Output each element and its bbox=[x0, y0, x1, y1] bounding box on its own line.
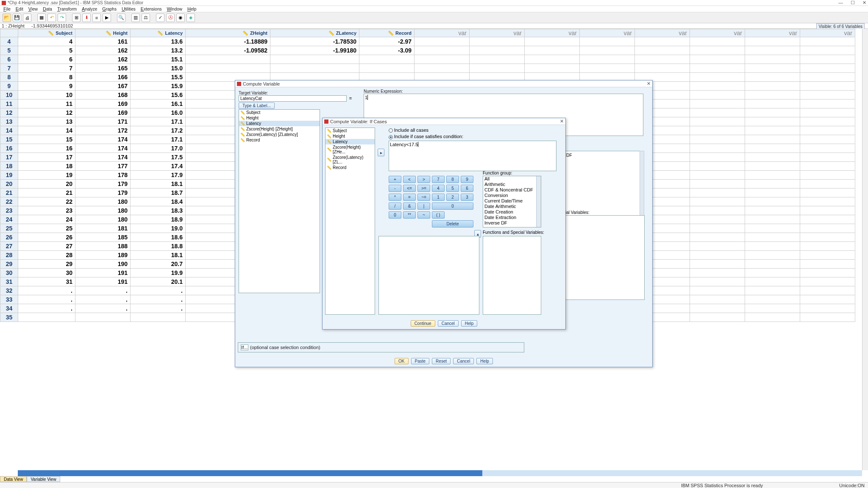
data-cell-empty[interactable] bbox=[690, 73, 745, 82]
data-cell[interactable]: 18.8 bbox=[131, 242, 186, 251]
data-cell-empty[interactable] bbox=[690, 251, 745, 260]
split-icon[interactable]: ▥ bbox=[131, 14, 140, 22]
data-cell-empty[interactable] bbox=[745, 91, 800, 100]
data-cell-empty[interactable] bbox=[745, 162, 800, 171]
data-cell-empty[interactable] bbox=[745, 117, 800, 126]
data-cell-empty[interactable] bbox=[745, 55, 800, 64]
data-cell-empty[interactable] bbox=[745, 233, 800, 242]
compute-var-list[interactable]: 📏Subject📏Height📏Latency📏Zscore(Height) [… bbox=[239, 109, 320, 293]
row-header[interactable]: 17 bbox=[0, 153, 18, 162]
save-icon[interactable]: 💾 bbox=[13, 14, 21, 22]
use-sets-icon[interactable]: ◉ bbox=[176, 14, 185, 22]
data-cell[interactable]: 6 bbox=[18, 55, 75, 64]
data-cell-empty[interactable] bbox=[690, 91, 745, 100]
if-button[interactable]: If... bbox=[241, 344, 248, 350]
horizontal-scrollbar[interactable] bbox=[18, 470, 862, 476]
col-subject[interactable]: 📏Subject bbox=[18, 29, 75, 37]
menu-analyze[interactable]: Analyze bbox=[82, 6, 97, 11]
data-cell-empty[interactable] bbox=[415, 64, 470, 73]
data-cell-empty[interactable] bbox=[745, 100, 800, 108]
data-cell[interactable]: 177 bbox=[75, 162, 131, 171]
key-/[interactable]: / bbox=[389, 202, 401, 210]
key-2[interactable]: 2 bbox=[446, 194, 459, 201]
row-header[interactable]: 18 bbox=[0, 162, 18, 171]
show-icon[interactable]: ◈ bbox=[186, 14, 195, 22]
col-zheight[interactable]: 📏ZHeight bbox=[186, 29, 270, 37]
key-*[interactable]: * bbox=[389, 194, 401, 201]
move-right-button[interactable]: ▸ bbox=[378, 149, 384, 156]
data-cell[interactable]: 18.7 bbox=[131, 189, 186, 197]
data-cell[interactable]: 13 bbox=[18, 117, 75, 126]
data-cell[interactable]: 180 bbox=[75, 206, 131, 215]
data-cell[interactable] bbox=[359, 64, 415, 73]
var-item[interactable]: 📏Latency bbox=[239, 121, 320, 126]
col-record[interactable]: 📏Record bbox=[359, 29, 415, 37]
col-var-empty[interactable]: var bbox=[800, 29, 855, 37]
var-item[interactable]: 📏Zscore(Latency) [ZL... bbox=[326, 155, 375, 165]
fgroup-item[interactable]: Date Creation bbox=[483, 209, 541, 215]
data-cell-empty[interactable] bbox=[745, 215, 800, 224]
data-cell[interactable] bbox=[270, 55, 359, 64]
data-cell-empty[interactable] bbox=[690, 269, 745, 277]
data-cell[interactable]: 18.4 bbox=[131, 197, 186, 206]
row-header[interactable]: 16 bbox=[0, 144, 18, 153]
fgroup-item[interactable]: Arithmetic bbox=[483, 182, 541, 187]
data-cell-empty[interactable] bbox=[800, 251, 855, 260]
data-cell[interactable]: 17.0 bbox=[131, 144, 186, 153]
data-cell[interactable]: 29 bbox=[18, 260, 75, 269]
data-cell[interactable]: 11 bbox=[18, 100, 75, 108]
recall-icon[interactable]: ▦ bbox=[37, 14, 46, 22]
row-header[interactable]: 21 bbox=[0, 189, 18, 197]
data-cell-empty[interactable] bbox=[800, 73, 855, 82]
data-cell[interactable]: 17.2 bbox=[131, 126, 186, 135]
row-header[interactable]: 27 bbox=[0, 242, 18, 251]
data-cell[interactable]: 191 bbox=[75, 269, 131, 277]
fgroup-item[interactable]: All bbox=[483, 176, 541, 182]
data-cell[interactable]: -1.09582 bbox=[186, 46, 270, 55]
data-cell[interactable]: 30 bbox=[18, 269, 75, 277]
row-header[interactable]: 26 bbox=[0, 233, 18, 242]
data-cell[interactable]: 13.6 bbox=[131, 37, 186, 46]
data-cell-empty[interactable] bbox=[580, 64, 635, 73]
data-cell-empty[interactable] bbox=[800, 189, 855, 197]
row-header[interactable]: 10 bbox=[0, 91, 18, 100]
data-cell-empty[interactable] bbox=[690, 117, 745, 126]
data-cell[interactable]: 15.0 bbox=[131, 64, 186, 73]
key-|[interactable]: | bbox=[417, 202, 430, 210]
data-cell-empty[interactable] bbox=[745, 260, 800, 269]
find-icon[interactable]: 🔍 bbox=[117, 14, 125, 22]
data-cell[interactable]: 16 bbox=[18, 144, 75, 153]
row-header[interactable]: 22 bbox=[0, 197, 18, 206]
data-cell[interactable]: 17 bbox=[18, 153, 75, 162]
data-cell-empty[interactable] bbox=[800, 215, 855, 224]
col-var-empty[interactable]: var bbox=[635, 29, 690, 37]
col-zlatency[interactable]: 📏ZLatency bbox=[270, 29, 359, 37]
target-variable-input[interactable] bbox=[239, 95, 347, 102]
close-button[interactable]: ✕ bbox=[862, 0, 866, 6]
col-var-empty[interactable]: var bbox=[415, 29, 470, 37]
key-<[interactable]: < bbox=[403, 176, 416, 183]
data-cell-empty[interactable] bbox=[690, 224, 745, 233]
data-cell[interactable] bbox=[359, 55, 415, 64]
data-cell-empty[interactable] bbox=[745, 73, 800, 82]
var-item[interactable]: 📏Zscore(Latency) [ZLatency] bbox=[239, 132, 320, 137]
data-cell[interactable]: 15.6 bbox=[131, 91, 186, 100]
data-cell[interactable]: 20.1 bbox=[131, 277, 186, 286]
data-cell-empty[interactable] bbox=[580, 55, 635, 64]
data-cell-empty[interactable] bbox=[800, 224, 855, 233]
key-0[interactable]: 0 bbox=[432, 202, 473, 210]
data-cell[interactable]: 17.1 bbox=[131, 135, 186, 144]
data-cell[interactable]: 12 bbox=[18, 108, 75, 117]
data-cell-empty[interactable] bbox=[745, 304, 800, 313]
data-cell-empty[interactable] bbox=[800, 37, 855, 46]
menu-edit[interactable]: Edit bbox=[16, 6, 23, 11]
data-cell[interactable]: 168 bbox=[75, 91, 131, 100]
row-header[interactable]: 5 bbox=[0, 46, 18, 55]
functions-special-list[interactable] bbox=[483, 236, 541, 315]
data-cell-empty[interactable] bbox=[690, 242, 745, 251]
data-cell[interactable]: . bbox=[75, 295, 131, 304]
data-cell[interactable]: 18.1 bbox=[131, 180, 186, 189]
data-cell-empty[interactable] bbox=[745, 126, 800, 135]
data-cell[interactable]: 162 bbox=[75, 55, 131, 64]
data-cell-empty[interactable] bbox=[690, 126, 745, 135]
